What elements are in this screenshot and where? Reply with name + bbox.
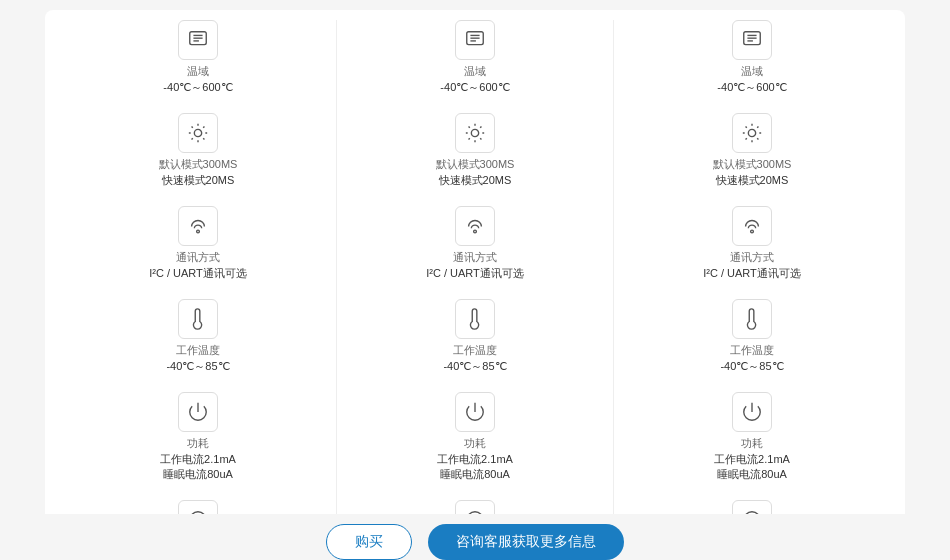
- spec-value: 睡眠电流80uA: [163, 467, 233, 482]
- spec-row-power: 功耗工作电流2.1mA睡眠电流80uA: [160, 392, 236, 482]
- spec-label: 默认模式300MS: [436, 157, 515, 172]
- spec-value: -40℃～600℃: [440, 80, 509, 95]
- work-temp-icon: [455, 299, 495, 339]
- columns-wrapper: 温域-40℃～600℃默认模式300MS快速模式20MS通讯方式I²C / UA…: [65, 20, 885, 560]
- spec-row-work-temp: 工作温度-40℃～85℃: [166, 299, 229, 374]
- consult-button[interactable]: 咨询客服获取更多信息: [428, 524, 624, 560]
- spec-value: 快速模式20MS: [162, 173, 235, 188]
- spec-row-comm: 通讯方式I²C / UART通讯可选: [703, 206, 801, 281]
- spec-label: 通讯方式: [176, 250, 220, 265]
- spec-label: 功耗: [464, 436, 486, 451]
- spec-value: 工作电流2.1mA: [437, 452, 513, 467]
- buy-button[interactable]: 购买: [326, 524, 412, 560]
- spec-value: -40℃～600℃: [163, 80, 232, 95]
- spec-row-comm: 通讯方式I²C / UART通讯可选: [426, 206, 524, 281]
- column-1: 温域-40℃～600℃默认模式300MS快速模式20MS通讯方式I²C / UA…: [65, 20, 331, 560]
- spec-label: 温域: [464, 64, 486, 79]
- spec-value: I²C / UART通讯可选: [149, 266, 247, 281]
- spec-label: 功耗: [187, 436, 209, 451]
- comm-icon: [178, 206, 218, 246]
- column-2: 温域-40℃～600℃默认模式300MS快速模式20MS通讯方式I²C / UA…: [342, 20, 608, 560]
- spec-label: 工作温度: [730, 343, 774, 358]
- spec-label: 功耗: [741, 436, 763, 451]
- spec-value: 快速模式20MS: [439, 173, 512, 188]
- mode-icon: [732, 113, 772, 153]
- comm-icon: [455, 206, 495, 246]
- mode-icon: [455, 113, 495, 153]
- spec-label: 默认模式300MS: [159, 157, 238, 172]
- temp-range-icon: [455, 20, 495, 60]
- temp-range-icon: [178, 20, 218, 60]
- spec-value: -40℃～85℃: [720, 359, 783, 374]
- temp-range-icon: [732, 20, 772, 60]
- spec-row-mode: 默认模式300MS快速模式20MS: [159, 113, 238, 188]
- svg-point-14: [474, 230, 477, 233]
- spec-value: I²C / UART通讯可选: [703, 266, 801, 281]
- main-card: 温域-40℃～600℃默认模式300MS快速模式20MS通讯方式I²C / UA…: [45, 10, 905, 560]
- spec-value: -40℃～600℃: [717, 80, 786, 95]
- spec-row-power: 功耗工作电流2.1mA睡眠电流80uA: [714, 392, 790, 482]
- comm-icon: [732, 206, 772, 246]
- spec-label: 温域: [187, 64, 209, 79]
- spec-value: -40℃～85℃: [166, 359, 229, 374]
- spec-row-temp-range: 温域-40℃～600℃: [440, 20, 509, 95]
- spec-value: 工作电流2.1mA: [714, 452, 790, 467]
- work-temp-icon: [732, 299, 772, 339]
- spec-row-mode: 默认模式300MS快速模式20MS: [436, 113, 515, 188]
- spec-label: 通讯方式: [453, 250, 497, 265]
- power-icon: [178, 392, 218, 432]
- spec-value: 睡眠电流80uA: [440, 467, 510, 482]
- spec-row-temp-range: 温域-40℃～600℃: [717, 20, 786, 95]
- spec-value: I²C / UART通讯可选: [426, 266, 524, 281]
- spec-label: 温域: [741, 64, 763, 79]
- mode-icon: [178, 113, 218, 153]
- spec-label: 工作温度: [176, 343, 220, 358]
- svg-point-23: [751, 230, 754, 233]
- power-icon: [732, 392, 772, 432]
- spec-label: 默认模式300MS: [713, 157, 792, 172]
- footer-bar: 购买 咨询客服获取更多信息: [0, 514, 950, 560]
- spec-row-comm: 通讯方式I²C / UART通讯可选: [149, 206, 247, 281]
- spec-row-work-temp: 工作温度-40℃～85℃: [720, 299, 783, 374]
- svg-point-22: [748, 129, 755, 136]
- spec-value: 睡眠电流80uA: [717, 467, 787, 482]
- spec-row-work-temp: 工作温度-40℃～85℃: [443, 299, 506, 374]
- spec-value: 工作电流2.1mA: [160, 452, 236, 467]
- svg-point-13: [471, 129, 478, 136]
- spec-label: 通讯方式: [730, 250, 774, 265]
- svg-point-5: [197, 230, 200, 233]
- spec-row-mode: 默认模式300MS快速模式20MS: [713, 113, 792, 188]
- spec-value: -40℃～85℃: [443, 359, 506, 374]
- spec-value: 快速模式20MS: [716, 173, 789, 188]
- work-temp-icon: [178, 299, 218, 339]
- column-3: 温域-40℃～600℃默认模式300MS快速模式20MS通讯方式I²C / UA…: [619, 20, 885, 560]
- spec-row-power: 功耗工作电流2.1mA睡眠电流80uA: [437, 392, 513, 482]
- svg-point-4: [194, 129, 201, 136]
- spec-label: 工作温度: [453, 343, 497, 358]
- spec-row-temp-range: 温域-40℃～600℃: [163, 20, 232, 95]
- power-icon: [455, 392, 495, 432]
